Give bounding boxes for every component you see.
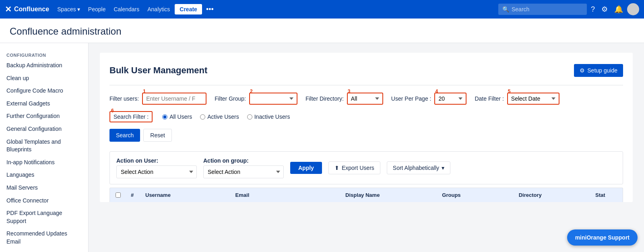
sort-alphabetically-button[interactable]: Sort Alphabetically ▾ <box>387 161 450 174</box>
filter-users-input[interactable] <box>142 93 206 105</box>
radio-active-users[interactable]: Active Users <box>200 114 239 120</box>
sidebar-item-code-macro[interactable]: Configure Code Macro <box>0 85 88 97</box>
nav-people[interactable]: People <box>85 4 109 15</box>
sidebar-item-global-templates[interactable]: Global Templates and Blueprints <box>0 136 88 156</box>
page-title-row: Bulk User Management ⚙ Setup guide <box>109 64 623 77</box>
setup-guide-button[interactable]: ⚙ Setup guide <box>574 64 623 77</box>
th-checkbox[interactable] <box>110 192 126 198</box>
gear-icon: ⚙ <box>580 67 585 74</box>
filter-number-2: 2 <box>250 89 253 94</box>
radio-inactive-users[interactable]: Inactive Users <box>247 114 290 120</box>
filter-per-page-label: User Per Page : <box>391 95 431 102</box>
sidebar-item-office-connector[interactable]: Office Connector <box>0 194 88 207</box>
filter-directory-wrap: 3 All <box>347 93 383 105</box>
confluence-logo[interactable]: ✕ Confluence <box>5 4 49 14</box>
filter-number-1: 1 <box>143 89 146 94</box>
sidebar-item-recommended-updates[interactable]: Recommended Updates Email <box>0 227 88 248</box>
global-search-bar[interactable]: 🔍 <box>498 4 587 15</box>
nav-calendars[interactable]: Calendars <box>110 4 142 15</box>
main-layout: CONFIGURATION Backup Administration Clea… <box>0 43 644 252</box>
search-button[interactable]: Search <box>109 129 140 142</box>
filter-date-label: Date Filter : <box>475 95 504 102</box>
page-header: Confluence administration <box>0 19 644 43</box>
filter-per-page-wrap: 4 20 50 100 <box>434 93 466 105</box>
filter-directory-item: Filter Directory: 3 All <box>305 93 383 105</box>
more-options-button[interactable]: ••• <box>204 4 216 15</box>
action-on-user-label: Action on User: <box>116 157 197 164</box>
spaces-arrow: ▾ <box>77 6 80 12</box>
miniorange-support-button[interactable]: miniOrange Support <box>567 229 638 246</box>
action-on-user-wrap: Action on User: Select Action <box>116 157 197 178</box>
filter-group-item: Filter Group: 2 <box>215 93 297 105</box>
sidebar-item-languages[interactable]: Languages <box>0 169 88 182</box>
sort-label: Sort Alphabetically <box>393 165 439 171</box>
radio-active-users-label: Active Users <box>207 114 239 120</box>
filter-per-page-select[interactable]: 20 50 100 <box>434 93 466 105</box>
create-button[interactable]: Create <box>175 4 202 14</box>
sidebar-item-external-gadgets[interactable]: External Gadgets <box>0 97 88 110</box>
spaces-label: Spaces <box>57 6 76 12</box>
filter-date-select[interactable]: Select Date <box>507 93 559 105</box>
filter-number-6: 6 <box>111 108 114 114</box>
action-on-group-select[interactable]: Select Action <box>203 165 284 178</box>
filter-group-select[interactable] <box>249 93 297 105</box>
search-filter-label: Search Filter : <box>114 114 149 120</box>
export-users-button[interactable]: ⬆ Export Users <box>328 161 380 174</box>
th-status: Stat <box>590 192 623 198</box>
nav-analytics[interactable]: Analytics <box>144 4 173 15</box>
user-avatar[interactable] <box>627 3 639 15</box>
th-groups: Groups <box>437 192 514 198</box>
analytics-label: Analytics <box>147 6 170 12</box>
filter-row: Filter users: 1 Filter Group: 2 <box>109 85 623 105</box>
th-number: # <box>126 192 140 198</box>
radio-all-users-input[interactable] <box>162 114 167 120</box>
filter-per-page-item: User Per Page : 4 20 50 100 <box>391 93 467 105</box>
people-label: People <box>88 6 106 12</box>
radio-active-users-input[interactable] <box>200 114 205 120</box>
action-on-user-select[interactable]: Select Action <box>116 165 197 178</box>
search-filter-radio-group: All Users Active Users Inactive Users <box>162 114 290 120</box>
global-search-input[interactable] <box>512 6 576 12</box>
setup-guide-label: Setup guide <box>587 67 617 74</box>
sidebar-item-mail-servers[interactable]: Mail Servers <box>0 182 88 194</box>
table-header: # Username Email Display Name Groups Dir… <box>109 188 623 202</box>
sidebar-item-cleanup[interactable]: Clean up <box>0 72 88 85</box>
nav-spaces[interactable]: Spaces ▾ <box>54 4 83 15</box>
select-all-checkbox[interactable] <box>116 192 121 198</box>
radio-inactive-users-input[interactable] <box>247 114 252 120</box>
content-card: Bulk User Management ⚙ Setup guide Filte… <box>100 53 633 202</box>
filter-group-wrap: 2 <box>249 93 297 105</box>
notifications-icon[interactable]: 🔔 <box>612 3 625 15</box>
page-header-title: Confluence administration <box>10 26 634 37</box>
top-navigation: ✕ Confluence Spaces ▾ People Calendars A… <box>0 0 644 19</box>
filter-group-label: Filter Group: <box>215 95 246 102</box>
filter-directory-select[interactable]: All <box>347 93 383 105</box>
export-label: Export Users <box>342 165 374 171</box>
settings-icon[interactable]: ⚙ <box>599 3 610 15</box>
radio-all-users[interactable]: All Users <box>162 114 192 120</box>
reset-button[interactable]: Reset <box>143 129 172 142</box>
sidebar-item-inapp-notifications[interactable]: In-app Notifications <box>0 156 88 169</box>
filter-number-4: 4 <box>435 89 438 94</box>
action-on-group-wrap: Action on group: Select Action <box>203 157 284 178</box>
sidebar-item-pdf-export[interactable]: PDF Export Language Support <box>0 207 88 227</box>
filter-number-5: 5 <box>508 89 511 94</box>
confluence-logo-text: Confluence <box>14 6 49 13</box>
action-on-group-label: Action on group: <box>203 157 284 164</box>
radio-inactive-users-label: Inactive Users <box>254 114 290 120</box>
filter-date-item: Date Filter : 5 Select Date <box>475 93 559 105</box>
th-username: Username <box>140 192 231 198</box>
sidebar: CONFIGURATION Backup Administration Clea… <box>0 43 89 252</box>
filter-users-item: Filter users: 1 <box>109 93 206 105</box>
sort-arrow-icon: ▾ <box>442 165 444 171</box>
search-icon: 🔍 <box>502 6 509 12</box>
apply-button[interactable]: Apply <box>290 162 322 174</box>
search-btn-row: Search Reset <box>109 129 623 142</box>
th-email: Email <box>231 192 341 198</box>
bulk-user-management-title: Bulk User Management <box>109 65 207 76</box>
sidebar-item-general-config[interactable]: General Configuration <box>0 123 88 136</box>
sidebar-item-further-config[interactable]: Further Configuration <box>0 110 88 123</box>
sidebar-item-backup[interactable]: Backup Administration <box>0 59 88 72</box>
search-filter-row: 6 Search Filter : All Users Active Users… <box>109 111 623 122</box>
help-icon[interactable]: ? <box>588 4 597 15</box>
